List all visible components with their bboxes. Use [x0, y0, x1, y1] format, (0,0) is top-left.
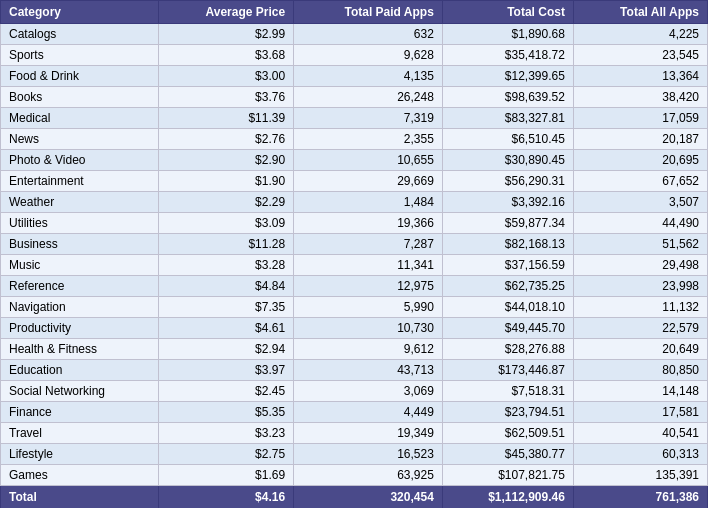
- table-row: Reference$4.8412,975$62,735.2523,998: [1, 276, 708, 297]
- cell-value: 26,248: [294, 87, 443, 108]
- table-row: Lifestyle$2.7516,523$45,380.7760,313: [1, 444, 708, 465]
- table-row: Books$3.7626,248$98,639.5238,420: [1, 87, 708, 108]
- cell-value: $3.09: [159, 213, 294, 234]
- cell-value: 19,366: [294, 213, 443, 234]
- cell-value: $6,510.45: [442, 129, 573, 150]
- column-header-total-cost: Total Cost: [442, 1, 573, 24]
- cell-value: 20,695: [573, 150, 707, 171]
- table-row: Photo & Video$2.9010,655$30,890.4520,695: [1, 150, 708, 171]
- cell-value: 135,391: [573, 465, 707, 486]
- cell-value: 17,581: [573, 402, 707, 423]
- cell-value: $3,392.16: [442, 192, 573, 213]
- column-header-average-price: Average Price: [159, 1, 294, 24]
- cell-value: $3.28: [159, 255, 294, 276]
- category-name: Medical: [1, 108, 159, 129]
- cell-value: 13,364: [573, 66, 707, 87]
- cell-value: $7,518.31: [442, 381, 573, 402]
- table-row: News$2.762,355$6,510.4520,187: [1, 129, 708, 150]
- cell-value: $3.97: [159, 360, 294, 381]
- cell-value: 16,523: [294, 444, 443, 465]
- cell-value: $1,890.68: [442, 24, 573, 45]
- cell-value: $2.75: [159, 444, 294, 465]
- footer-label: Total: [1, 486, 159, 509]
- cell-value: $1.69: [159, 465, 294, 486]
- cell-value: $2.45: [159, 381, 294, 402]
- cell-value: 19,349: [294, 423, 443, 444]
- cell-value: 632: [294, 24, 443, 45]
- cell-value: 11,341: [294, 255, 443, 276]
- cell-value: 51,562: [573, 234, 707, 255]
- cell-value: 38,420: [573, 87, 707, 108]
- footer-value: $1,112,909.46: [442, 486, 573, 509]
- table-row: Entertainment$1.9029,669$56,290.3167,652: [1, 171, 708, 192]
- app-categories-table: CategoryAverage PriceTotal Paid AppsTota…: [0, 0, 708, 508]
- cell-value: $173,446.87: [442, 360, 573, 381]
- table-row: Travel$3.2319,349$62,509.5140,541: [1, 423, 708, 444]
- cell-value: $23,794.51: [442, 402, 573, 423]
- cell-value: 23,545: [573, 45, 707, 66]
- cell-value: $56,290.31: [442, 171, 573, 192]
- cell-value: 80,850: [573, 360, 707, 381]
- cell-value: $5.35: [159, 402, 294, 423]
- cell-value: 4,225: [573, 24, 707, 45]
- footer-value: $4.16: [159, 486, 294, 509]
- cell-value: $11.28: [159, 234, 294, 255]
- cell-value: 11,132: [573, 297, 707, 318]
- cell-value: 10,655: [294, 150, 443, 171]
- cell-value: 12,975: [294, 276, 443, 297]
- cell-value: 43,713: [294, 360, 443, 381]
- cell-value: $107,821.75: [442, 465, 573, 486]
- table-row: Finance$5.354,449$23,794.5117,581: [1, 402, 708, 423]
- cell-value: $2.29: [159, 192, 294, 213]
- cell-value: 7,319: [294, 108, 443, 129]
- cell-value: 23,998: [573, 276, 707, 297]
- table-row: Social Networking$2.453,069$7,518.3114,1…: [1, 381, 708, 402]
- cell-value: $4.61: [159, 318, 294, 339]
- table-row: Food & Drink$3.004,135$12,399.6513,364: [1, 66, 708, 87]
- cell-value: 29,498: [573, 255, 707, 276]
- category-name: Navigation: [1, 297, 159, 318]
- table-row: Health & Fitness$2.949,612$28,276.8820,6…: [1, 339, 708, 360]
- footer-value: 761,386: [573, 486, 707, 509]
- cell-value: 3,069: [294, 381, 443, 402]
- category-name: Health & Fitness: [1, 339, 159, 360]
- table-row: Utilities$3.0919,366$59,877.3444,490: [1, 213, 708, 234]
- table-row: Business$11.287,287$82,168.1351,562: [1, 234, 708, 255]
- category-name: Lifestyle: [1, 444, 159, 465]
- category-name: Sports: [1, 45, 159, 66]
- category-name: Travel: [1, 423, 159, 444]
- cell-value: 2,355: [294, 129, 443, 150]
- cell-value: $12,399.65: [442, 66, 573, 87]
- cell-value: $37,156.59: [442, 255, 573, 276]
- cell-value: $3.00: [159, 66, 294, 87]
- category-name: Games: [1, 465, 159, 486]
- column-header-total-all-apps: Total All Apps: [573, 1, 707, 24]
- table-row: Weather$2.291,484$3,392.163,507: [1, 192, 708, 213]
- cell-value: $2.94: [159, 339, 294, 360]
- cell-value: 29,669: [294, 171, 443, 192]
- cell-value: $98,639.52: [442, 87, 573, 108]
- category-name: Productivity: [1, 318, 159, 339]
- category-name: Entertainment: [1, 171, 159, 192]
- cell-value: $30,890.45: [442, 150, 573, 171]
- cell-value: 22,579: [573, 318, 707, 339]
- cell-value: $44,018.10: [442, 297, 573, 318]
- cell-value: 67,652: [573, 171, 707, 192]
- footer-value: 320,454: [294, 486, 443, 509]
- cell-value: $3.68: [159, 45, 294, 66]
- category-name: Reference: [1, 276, 159, 297]
- cell-value: 9,612: [294, 339, 443, 360]
- cell-value: $11.39: [159, 108, 294, 129]
- cell-value: 1,484: [294, 192, 443, 213]
- cell-value: 20,187: [573, 129, 707, 150]
- category-name: Music: [1, 255, 159, 276]
- category-name: Finance: [1, 402, 159, 423]
- cell-value: $49,445.70: [442, 318, 573, 339]
- cell-value: $59,877.34: [442, 213, 573, 234]
- cell-value: $3.76: [159, 87, 294, 108]
- category-name: Photo & Video: [1, 150, 159, 171]
- cell-value: $83,327.81: [442, 108, 573, 129]
- cell-value: $62,735.25: [442, 276, 573, 297]
- category-name: Food & Drink: [1, 66, 159, 87]
- cell-value: $7.35: [159, 297, 294, 318]
